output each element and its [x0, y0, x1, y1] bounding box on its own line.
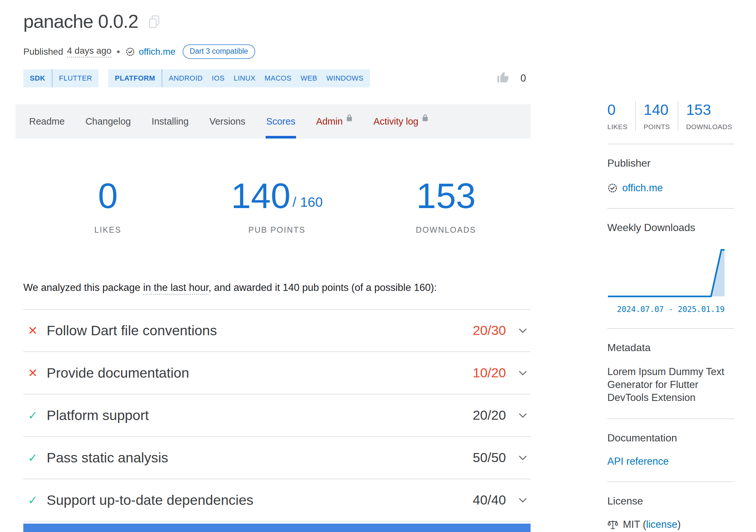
- tab-activity-log[interactable]: Activity log: [363, 104, 439, 139]
- verified-publisher-icon: [125, 47, 135, 57]
- sidebar: 0 LIKES 140 POINTS 153 DOWNLOADS Publish…: [607, 101, 734, 532]
- divider: [23, 521, 530, 522]
- dart3-compatible-badge[interactable]: Dart 3 compatible: [183, 44, 255, 59]
- tab-scores[interactable]: Scores: [256, 104, 306, 139]
- weekly-downloads-heading: Weekly Downloads: [607, 222, 734, 234]
- analysis-time: in the last hour: [143, 282, 209, 295]
- pass-check-icon: ✓: [23, 494, 40, 507]
- published-ago: 4 days ago: [67, 46, 111, 58]
- fail-x-icon: ✕: [23, 324, 40, 338]
- copy-icon[interactable]: [148, 15, 160, 30]
- chevron-down-icon[interactable]: [518, 327, 528, 334]
- chevron-down-icon[interactable]: [518, 412, 528, 419]
- score-row-dart-conventions[interactable]: ✕ Follow Dart file conventions 20/30: [23, 310, 530, 351]
- lock-icon: [346, 113, 353, 124]
- tag-flutter[interactable]: FLUTTER: [52, 69, 99, 88]
- analysis-summary-text: We analyzed this package in the last hou…: [23, 282, 530, 293]
- lock-icon: [422, 113, 428, 124]
- sidebar-stats: 0 LIKES 140 POINTS 153 DOWNLOADS: [607, 101, 734, 144]
- publisher-link[interactable]: offich.me: [139, 47, 176, 57]
- likes-value: 0: [98, 176, 118, 215]
- stat-points[interactable]: 140 POINTS: [635, 101, 678, 131]
- row-score: 20/30: [472, 323, 506, 338]
- api-reference-link[interactable]: API reference: [607, 456, 669, 467]
- verified-publisher-icon: [607, 183, 618, 193]
- likes-label: LIKES: [23, 225, 192, 235]
- weekly-downloads-chart: [607, 247, 734, 300]
- license-section: License MIT (license): [607, 482, 734, 532]
- metadata-section: Metadata Lorem Ipsum Dummy Text Generato…: [607, 329, 734, 418]
- metadata-heading: Metadata: [607, 342, 734, 354]
- balance-scale-icon: [607, 519, 618, 530]
- score-rows: ✕ Follow Dart file conventions 20/30 ✕ P…: [23, 309, 530, 522]
- score-row-static-analysis[interactable]: ✓ Pass static analysis 50/50: [23, 437, 530, 479]
- summary-downloads: 153 DOWNLOADS: [362, 178, 530, 235]
- tab-bar: Readme Changelog Installing Versions Sco…: [15, 104, 530, 139]
- page-title: panache 0.0.2: [23, 10, 138, 32]
- stat-downloads[interactable]: 153 DOWNLOADS: [678, 101, 740, 131]
- fail-x-icon: ✕: [23, 366, 40, 380]
- chevron-down-icon[interactable]: [518, 370, 528, 376]
- downloads-value: 153: [416, 176, 476, 215]
- tag-row: SDK FLUTTER PLATFORM ANDROID IOS LINUX M…: [23, 69, 530, 88]
- platform-tag-group: PLATFORM ANDROID IOS LINUX MACOS WEB WIN…: [108, 69, 370, 88]
- pub-points-max: / 160: [292, 195, 323, 209]
- weekly-downloads-section: Weekly Downloads 2024.07.07 - 2025.01.19: [607, 209, 734, 328]
- title-row: panache 0.0.2: [23, 10, 530, 32]
- tab-versions[interactable]: Versions: [199, 104, 256, 139]
- pub-points-value: 140: [231, 176, 291, 215]
- documentation-section: Documentation API reference: [607, 419, 734, 482]
- chart-date-range: 2024.07.07 - 2025.01.19: [607, 305, 734, 314]
- tag-web[interactable]: WEB: [298, 69, 324, 88]
- row-score: 10/20: [472, 365, 506, 381]
- pub-dev-package-page: panache 0.0.2 Published 4 days ago • off…: [0, 0, 756, 532]
- pass-check-icon: ✓: [23, 451, 40, 465]
- chevron-down-icon[interactable]: [518, 455, 528, 461]
- like-count: 0: [521, 72, 526, 84]
- tag-ios[interactable]: IOS: [209, 69, 231, 88]
- tab-readme[interactable]: Readme: [19, 104, 75, 139]
- license-text: MIT (license): [623, 519, 681, 530]
- platform-tag-label[interactable]: PLATFORM: [108, 69, 162, 88]
- thumb-up-icon[interactable]: [496, 70, 511, 87]
- like-control: 0: [496, 70, 526, 87]
- score-summary: 0 LIKES 140/ 160 PUB POINTS 153 DOWNLOAD…: [23, 178, 530, 235]
- sdk-tag-group: SDK FLUTTER: [23, 69, 98, 88]
- row-score: 20/20: [472, 408, 506, 423]
- license-link[interactable]: license: [646, 519, 678, 530]
- chevron-down-icon[interactable]: [518, 497, 528, 503]
- summary-likes: 0 LIKES: [23, 178, 192, 235]
- score-row-dependencies[interactable]: ✓ Support up-to-date dependencies 40/40: [23, 479, 530, 521]
- main-column: panache 0.0.2 Published 4 days ago • off…: [23, 0, 530, 522]
- dot-separator: •: [117, 46, 120, 57]
- publisher-link[interactable]: offich.me: [622, 182, 663, 194]
- row-score: 50/50: [472, 450, 506, 465]
- score-row-platform-support[interactable]: ✓ Platform support 20/20: [23, 394, 530, 436]
- downloads-label: DOWNLOADS: [362, 225, 530, 235]
- pub-points-label: PUB POINTS: [192, 225, 362, 235]
- publisher-section: Publisher offich.me: [607, 144, 734, 208]
- score-row-documentation[interactable]: ✕ Provide documentation 10/20: [23, 352, 530, 394]
- bottom-blue-strip: [23, 523, 530, 532]
- tab-installing[interactable]: Installing: [141, 104, 199, 139]
- tag-android[interactable]: ANDROID: [162, 69, 209, 88]
- tab-changelog[interactable]: Changelog: [75, 104, 141, 139]
- package-description: Lorem Ipsum Dummy Text Generator for Flu…: [607, 365, 734, 404]
- stat-likes[interactable]: 0 LIKES: [607, 101, 635, 131]
- summary-pub-points: 140/ 160 PUB POINTS: [192, 178, 362, 235]
- publisher-heading: Publisher: [607, 157, 734, 169]
- row-score: 40/40: [472, 493, 506, 508]
- tag-windows[interactable]: WINDOWS: [324, 69, 370, 88]
- tag-macos[interactable]: MACOS: [262, 69, 298, 88]
- pass-check-icon: ✓: [23, 409, 40, 422]
- sdk-tag-label[interactable]: SDK: [23, 69, 52, 88]
- documentation-heading: Documentation: [607, 432, 734, 444]
- tag-linux[interactable]: LINUX: [231, 69, 262, 88]
- published-label: Published: [23, 47, 63, 57]
- license-heading: License: [607, 495, 734, 507]
- published-line: Published 4 days ago • offich.me Dart 3 …: [23, 44, 530, 59]
- tab-admin[interactable]: Admin: [306, 104, 363, 139]
